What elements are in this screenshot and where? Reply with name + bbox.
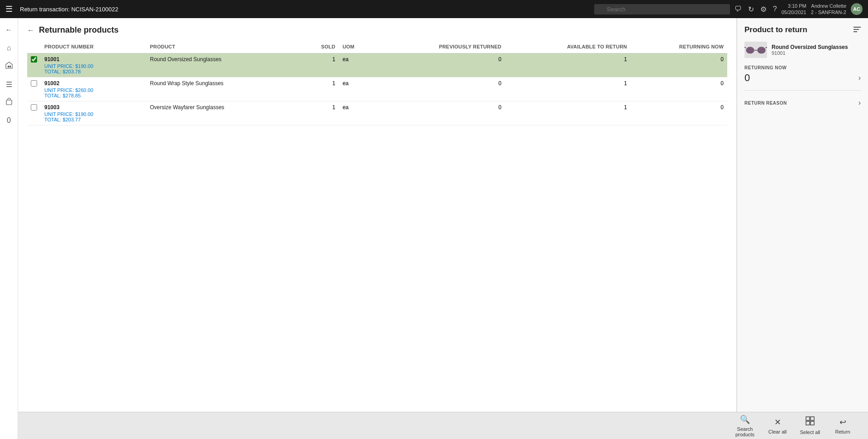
page-content: ← Returnable products PRODUCT NUMBER PRO… bbox=[18, 18, 868, 412]
row-product-name-0: Round Oversized Sunglasses bbox=[146, 53, 299, 77]
return-icon: ↩ bbox=[839, 417, 846, 427]
svg-rect-14 bbox=[811, 417, 814, 420]
col-header-available-to-return: AVAILABLE TO RETURN bbox=[505, 42, 631, 53]
chat-icon[interactable]: 🗩 bbox=[734, 5, 742, 13]
search-products-label: Searchproducts bbox=[735, 426, 754, 437]
clear-all-icon: ✕ bbox=[774, 417, 781, 427]
return-label: Return bbox=[835, 429, 850, 434]
return-reason-chevron[interactable]: › bbox=[858, 99, 861, 107]
row-previously-returned-2: 0 bbox=[375, 101, 505, 125]
return-button[interactable]: ↩ Return bbox=[826, 412, 859, 439]
row-sold-2: 1 bbox=[299, 101, 339, 125]
row-checkbox-cell[interactable] bbox=[27, 77, 41, 101]
right-panel-title: Product to return bbox=[744, 25, 807, 34]
svg-rect-4 bbox=[854, 29, 859, 30]
select-all-icon bbox=[806, 416, 815, 428]
row-returning-now-2: 0 bbox=[631, 101, 727, 125]
svg-rect-1 bbox=[10, 66, 11, 68]
table-header-row: PRODUCT NUMBER PRODUCT SOLD UOM PREVIOUS… bbox=[27, 42, 727, 53]
row-product-number-1: 91002 UNIT PRICE: $260.00TOTAL: $278.85 bbox=[41, 77, 146, 101]
sidebar-item-back[interactable]: ← bbox=[1, 22, 17, 38]
row-checkbox-cell[interactable] bbox=[27, 101, 41, 125]
row-checkbox-0[interactable] bbox=[31, 56, 37, 63]
topbar-icons: 🗩 ↻ ⚙ ? bbox=[734, 5, 777, 14]
left-panel: ← Returnable products PRODUCT NUMBER PRO… bbox=[18, 18, 737, 412]
search-products-icon: 🔍 bbox=[740, 415, 750, 425]
table-row[interactable]: 91001 UNIT PRICE: $190.00TOTAL: $203.78 … bbox=[27, 53, 727, 77]
returning-now-row: 0 › bbox=[744, 72, 861, 84]
product-table: PRODUCT NUMBER PRODUCT SOLD UOM PREVIOUS… bbox=[27, 42, 727, 125]
row-previously-returned-0: 0 bbox=[375, 53, 505, 77]
row-product-number-2: 91003 UNIT PRICE: $190.00TOTAL: $203.77 bbox=[41, 101, 146, 125]
col-header-checkbox bbox=[27, 42, 41, 53]
back-icon: ← bbox=[5, 26, 13, 34]
svg-line-11 bbox=[744, 47, 746, 48]
avatar[interactable]: AC bbox=[851, 3, 863, 15]
svg-line-12 bbox=[766, 47, 767, 48]
search-products-button[interactable]: 🔍 Searchproducts bbox=[729, 412, 761, 439]
back-button[interactable]: ← bbox=[27, 26, 34, 34]
product-preview-info: Round Oversized Sunglasses 91001 bbox=[772, 44, 848, 56]
row-previously-returned-1: 0 bbox=[375, 77, 505, 101]
row-product-name-2: Oversize Wayfarer Sunglasses bbox=[146, 101, 299, 125]
home-icon: ⌂ bbox=[7, 44, 11, 52]
topbar-user: Andrew Collette 2 - SANFRAN-2 bbox=[811, 3, 846, 16]
col-header-sold: SOLD bbox=[299, 42, 339, 53]
right-panel: Product to return bbox=[737, 18, 868, 412]
row-uom-2: ea bbox=[339, 101, 375, 125]
col-header-returning-now: RETURNING NOW bbox=[631, 42, 727, 53]
settings-icon[interactable]: ⚙ bbox=[760, 5, 767, 14]
sidebar-item-home[interactable]: ⌂ bbox=[1, 40, 17, 56]
svg-rect-15 bbox=[806, 421, 810, 425]
returning-now-chevron[interactable]: › bbox=[858, 74, 861, 82]
table-row[interactable]: 91003 UNIT PRICE: $190.00TOTAL: $203.77 … bbox=[27, 101, 727, 125]
returning-now-field: RETURNING NOW 0 › bbox=[744, 65, 861, 91]
table-row[interactable]: 91002 UNIT PRICE: $260.00TOTAL: $278.85 … bbox=[27, 77, 727, 101]
row-checkbox-cell[interactable] bbox=[27, 53, 41, 77]
col-header-previously-returned: PREVIOUSLY RETURNED bbox=[375, 42, 505, 53]
select-all-button[interactable]: Select all bbox=[794, 412, 826, 439]
col-header-product-number: PRODUCT NUMBER bbox=[41, 42, 146, 53]
bag-icon bbox=[5, 97, 13, 107]
col-header-uom: UOM bbox=[339, 42, 375, 53]
svg-rect-16 bbox=[811, 421, 814, 425]
main-layout: ← ⌂ ☰ 0 bbox=[0, 18, 868, 439]
svg-point-9 bbox=[758, 48, 765, 53]
menu-icon: ☰ bbox=[6, 80, 12, 89]
panel-expand-icon[interactable] bbox=[854, 26, 861, 34]
svg-rect-5 bbox=[854, 31, 857, 32]
hamburger-menu[interactable]: ☰ bbox=[5, 4, 13, 14]
refresh-icon[interactable]: ↻ bbox=[748, 5, 754, 14]
svg-rect-13 bbox=[806, 417, 810, 420]
select-all-label: Select all bbox=[800, 429, 820, 435]
clear-all-label: Clear all bbox=[768, 429, 787, 434]
row-checkbox-2[interactable] bbox=[31, 104, 37, 111]
page-title: Returnable products bbox=[39, 25, 119, 35]
svg-rect-3 bbox=[854, 27, 861, 28]
content-area: ← Returnable products PRODUCT NUMBER PRO… bbox=[18, 18, 868, 439]
row-checkbox-1[interactable] bbox=[31, 80, 37, 87]
zero-badge: 0 bbox=[7, 116, 11, 125]
sidebar-item-bag[interactable] bbox=[1, 94, 17, 111]
sidebar: ← ⌂ ☰ 0 bbox=[0, 18, 18, 439]
page-header: ← Returnable products bbox=[27, 25, 727, 35]
row-uom-1: ea bbox=[339, 77, 375, 101]
preview-product-name: Round Oversized Sunglasses bbox=[772, 44, 848, 50]
returning-now-label: RETURNING NOW bbox=[744, 65, 861, 70]
svg-rect-2 bbox=[6, 100, 12, 105]
topbar-time: 3:10 PM 05/20/2021 bbox=[782, 3, 806, 16]
topbar-search-input[interactable] bbox=[594, 4, 730, 14]
clear-all-button[interactable]: ✕ Clear all bbox=[761, 412, 794, 439]
topbar: ☰ Return transaction: NCISAN-2100022 🔍 🗩… bbox=[0, 0, 868, 18]
svg-point-7 bbox=[747, 48, 754, 53]
row-sold-1: 1 bbox=[299, 77, 339, 101]
right-panel-header: Product to return bbox=[744, 25, 861, 34]
sidebar-item-menu[interactable]: ☰ bbox=[1, 76, 17, 92]
search-wrap: 🔍 bbox=[594, 4, 730, 14]
help-icon[interactable]: ? bbox=[773, 5, 777, 13]
sidebar-item-zero[interactable]: 0 bbox=[1, 112, 17, 129]
return-reason-label: RETURN REASON bbox=[744, 101, 787, 106]
col-header-product: PRODUCT bbox=[146, 42, 299, 53]
return-reason-field: RETURN REASON › bbox=[744, 98, 861, 107]
sidebar-item-store[interactable] bbox=[1, 58, 17, 74]
